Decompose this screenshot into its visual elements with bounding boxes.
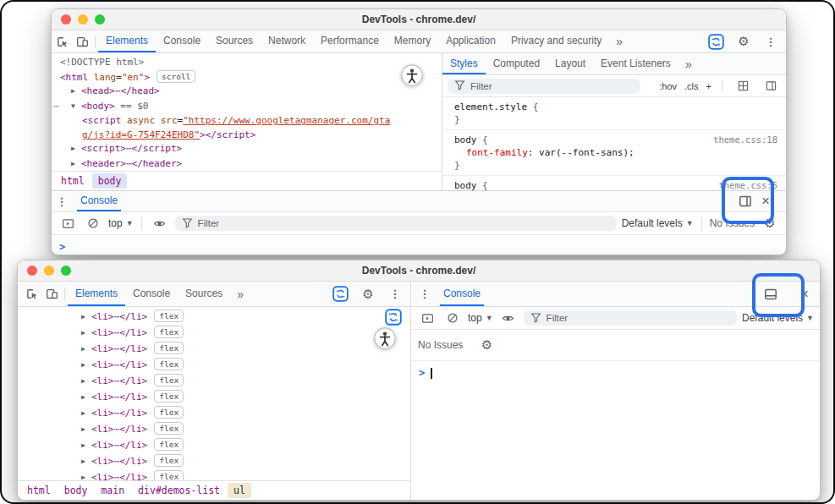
tab-sources[interactable]: Sources — [178, 282, 230, 306]
tab-console[interactable]: Console — [125, 282, 178, 306]
dom-node-line[interactable]: ▶<li>⋯</li>flex — [18, 470, 410, 480]
breadcrumb-div-demos-list[interactable]: div#demos-list — [132, 483, 226, 498]
badge-flex[interactable]: flex — [154, 438, 184, 451]
stylesheet-link[interactable]: theme.css:18 — [713, 134, 777, 146]
console-prompt[interactable]: > — [411, 360, 820, 385]
more-panels-icon[interactable]: » — [230, 282, 250, 306]
breadcrumb-body[interactable]: body — [58, 483, 94, 498]
disclosure-arrow-icon[interactable]: ▶ — [81, 470, 91, 480]
toggle-element-state-button[interactable]: :hov — [659, 81, 677, 91]
element-classes-button[interactable]: .cls — [684, 81, 699, 91]
split-view-icon[interactable] — [761, 80, 781, 91]
inspect-icon[interactable] — [52, 30, 72, 52]
drawer-menu-icon[interactable]: ⋮ — [52, 195, 72, 208]
disclosure-arrow-icon[interactable]: ▶ — [81, 374, 91, 389]
badge-flex[interactable]: flex — [154, 326, 184, 338]
tab-performance[interactable]: Performance — [313, 30, 387, 52]
sync-extension-icon[interactable] — [385, 309, 402, 329]
close-devtools-icon[interactable]: × — [794, 287, 815, 301]
close-window-button[interactable] — [61, 14, 71, 25]
tab-computed[interactable]: Computed — [486, 53, 547, 74]
device-toolbar-icon[interactable] — [72, 30, 92, 52]
dom-node-line[interactable]: ▶<li>⋯</li>flex — [18, 438, 410, 454]
rule-selector[interactable]: element.style — [454, 101, 527, 112]
accessibility-icon[interactable] — [374, 327, 396, 349]
dom-node-line[interactable]: <!DOCTYPE html> — [52, 56, 442, 70]
issues-counter[interactable]: No Issues — [418, 339, 463, 351]
badge-flex[interactable]: flex — [154, 310, 184, 322]
minimize-window-button[interactable] — [44, 266, 54, 276]
clear-console-icon[interactable] — [442, 312, 463, 324]
zoom-window-button[interactable] — [95, 14, 105, 25]
breadcrumb-html[interactable]: html — [21, 483, 57, 498]
console-sidebar-icon[interactable] — [58, 217, 78, 230]
close-drawer-icon[interactable]: × — [755, 194, 776, 208]
node-menu-icon[interactable]: ⋯ — [53, 100, 58, 114]
styles-filter-input[interactable]: Filter — [448, 79, 640, 94]
execution-context-selector[interactable]: top▼ — [468, 312, 493, 324]
new-style-rule-button[interactable]: + — [706, 81, 711, 91]
tab-application[interactable]: Application — [438, 30, 503, 52]
more-panels-icon[interactable]: » — [609, 30, 629, 52]
disclosure-arrow-icon[interactable]: ▶ — [81, 358, 91, 373]
breadcrumb-html[interactable]: html — [55, 173, 91, 189]
console-sidebar-icon[interactable] — [417, 312, 437, 325]
drawer-tab-console[interactable]: Console — [77, 191, 121, 211]
dom-node-line[interactable]: ▶<li>⋯</li>flex — [18, 374, 410, 390]
dom-node-line[interactable]: ▶<li>⋯</li>flex — [18, 390, 410, 406]
disclosure-arrow-icon[interactable]: ▶ — [71, 142, 81, 156]
dom-node-line[interactable]: ▶<head>⋯</head> — [52, 85, 442, 100]
dom-node-line[interactable]: ▶<li>⋯</li>flex — [18, 422, 410, 438]
tab-event-listeners[interactable]: Event Listeners — [593, 53, 678, 74]
breadcrumb-body[interactable]: body — [92, 173, 128, 189]
console-prompt[interactable]: > — [52, 235, 786, 255]
close-window-button[interactable] — [27, 266, 37, 276]
dom-node-line[interactable]: ▶<li>⋯</li>flex — [18, 326, 410, 342]
log-levels-dropdown[interactable]: Default levels▼ — [742, 312, 814, 324]
badge-flex[interactable]: flex — [154, 422, 184, 435]
tab-memory[interactable]: Memory — [387, 30, 438, 52]
badge-flex[interactable]: flex — [154, 390, 184, 403]
tab-console[interactable]: Console — [440, 282, 484, 306]
clear-console-icon[interactable] — [83, 217, 103, 229]
more-options-icon[interactable]: ⋮ — [385, 288, 405, 300]
breadcrumb-main[interactable]: main — [95, 483, 130, 498]
badge-flex[interactable]: flex — [154, 342, 184, 354]
zoom-window-button[interactable] — [61, 266, 71, 276]
stylesheet-link[interactable]: theme.css:5 — [718, 179, 777, 190]
more-sidebar-tabs-icon[interactable]: » — [678, 53, 699, 74]
badge-flex[interactable]: flex — [154, 406, 184, 419]
drawer-menu-icon[interactable]: ⋮ — [415, 288, 435, 300]
issues-counter[interactable]: No Issues — [710, 217, 755, 229]
breadcrumb-ul[interactable]: ul — [228, 483, 251, 498]
disclosure-arrow-icon[interactable]: ▶ — [81, 310, 91, 325]
tab-console[interactable]: Console — [156, 30, 208, 52]
more-options-icon[interactable]: ⋮ — [761, 36, 781, 48]
console-filter-input[interactable]: Filter — [524, 310, 737, 326]
disclosure-arrow-icon[interactable]: ▶ — [71, 85, 81, 99]
tab-elements[interactable]: Elements — [68, 282, 125, 306]
live-expression-eye-icon[interactable] — [150, 217, 170, 230]
disclosure-arrow-icon[interactable]: ▶ — [81, 406, 91, 421]
dom-node-line[interactable]: ▶<script>⋯</script> — [52, 142, 442, 157]
device-toolbar-icon[interactable] — [41, 282, 62, 306]
tab-network[interactable]: Network — [261, 30, 313, 52]
css-property[interactable]: font-family: var(--font-sans); — [454, 146, 781, 159]
dock-to-bottom-icon[interactable] — [761, 288, 781, 301]
tab-layout[interactable]: Layout — [547, 53, 593, 74]
disclosure-arrow-icon[interactable]: ▼ — [71, 100, 81, 114]
titlebar[interactable]: DevTools - chrome.dev/ — [52, 9, 786, 30]
tab-sources[interactable]: Sources — [208, 30, 261, 52]
dom-node-line[interactable]: ▶<li>⋯</li>flex — [18, 454, 410, 470]
dom-node-line[interactable]: <html lang="en">scroll — [52, 70, 442, 85]
disclosure-arrow-icon[interactable]: ▶ — [71, 157, 81, 172]
dock-side-icon[interactable] — [735, 194, 755, 208]
sync-extension-icon[interactable] — [330, 286, 351, 302]
titlebar[interactable]: DevTools - chrome.dev/ — [18, 260, 820, 282]
badge-flex[interactable]: flex — [154, 374, 184, 386]
dom-node-line[interactable]: ▶<li>⋯</li>flex — [18, 342, 410, 358]
sync-extension-icon[interactable] — [706, 34, 727, 50]
disclosure-arrow-icon[interactable]: ▶ — [81, 422, 91, 437]
minimize-window-button[interactable] — [78, 14, 88, 25]
disclosure-arrow-icon[interactable]: ▶ — [81, 438, 91, 453]
